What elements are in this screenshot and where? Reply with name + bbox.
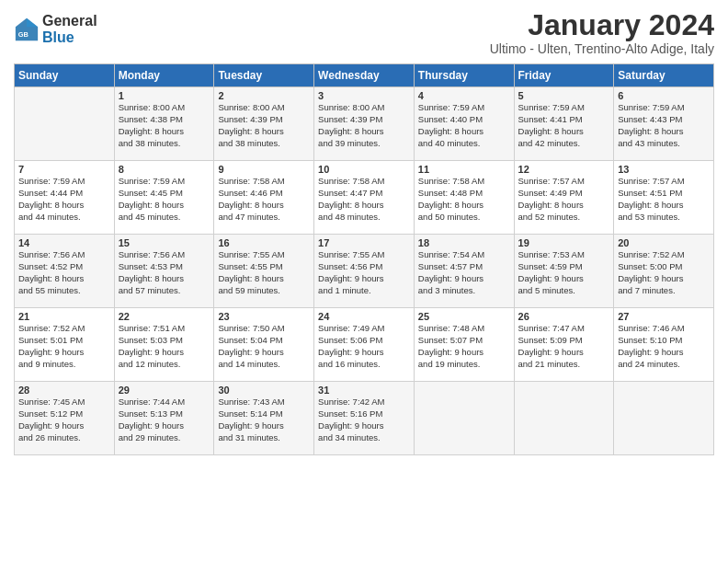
day-number: 9 [218,164,310,175]
calendar-container: GB General Blue January 2024 Ultimo - Ul… [0,0,728,563]
day-info: Sunrise: 7:42 AM Sunset: 5:16 PM Dayligh… [318,396,410,443]
header-wednesday: Wednesday [314,64,415,87]
day-cell: 20Sunrise: 7:52 AM Sunset: 5:00 PM Dayli… [614,235,714,308]
day-cell: 22Sunrise: 7:51 AM Sunset: 5:03 PM Dayli… [114,308,214,382]
week-row-4: 21Sunrise: 7:52 AM Sunset: 5:01 PM Dayli… [15,308,714,382]
day-number: 7 [18,164,110,175]
day-number: 28 [18,385,110,396]
calendar-header: Sunday Monday Tuesday Wednesday Thursday… [15,64,714,87]
logo-blue: Blue [42,29,97,46]
day-cell: 29Sunrise: 7:44 AM Sunset: 5:13 PM Dayli… [114,382,214,455]
week-row-3: 14Sunrise: 7:56 AM Sunset: 4:52 PM Dayli… [15,235,714,308]
day-info: Sunrise: 7:54 AM Sunset: 4:57 PM Dayligh… [418,249,510,296]
calendar-table: Sunday Monday Tuesday Wednesday Thursday… [14,63,714,455]
week-row-5: 28Sunrise: 7:45 AM Sunset: 5:12 PM Dayli… [15,382,714,455]
day-info: Sunrise: 7:46 AM Sunset: 5:10 PM Dayligh… [618,323,710,370]
day-info: Sunrise: 7:58 AM Sunset: 4:48 PM Dayligh… [418,176,510,223]
day-info: Sunrise: 7:56 AM Sunset: 4:52 PM Dayligh… [18,249,110,296]
day-info: Sunrise: 7:58 AM Sunset: 4:46 PM Dayligh… [218,176,310,223]
day-cell: 15Sunrise: 7:56 AM Sunset: 4:53 PM Dayli… [114,235,214,308]
week-row-2: 7Sunrise: 7:59 AM Sunset: 4:44 PM Daylig… [15,161,714,235]
day-cell: 12Sunrise: 7:57 AM Sunset: 4:49 PM Dayli… [514,161,614,235]
day-info: Sunrise: 7:43 AM Sunset: 5:14 PM Dayligh… [218,396,310,443]
day-cell [15,87,115,161]
day-number: 26 [518,311,610,322]
day-number: 5 [518,90,610,101]
day-number: 31 [318,385,410,396]
day-cell: 11Sunrise: 7:58 AM Sunset: 4:48 PM Dayli… [414,161,514,235]
day-number: 6 [618,90,710,101]
day-cell: 6Sunrise: 7:59 AM Sunset: 4:43 PM Daylig… [614,87,714,161]
day-cell: 31Sunrise: 7:42 AM Sunset: 5:16 PM Dayli… [314,382,415,455]
day-info: Sunrise: 8:00 AM Sunset: 4:39 PM Dayligh… [218,102,310,149]
day-info: Sunrise: 7:52 AM Sunset: 5:00 PM Dayligh… [618,249,710,296]
day-info: Sunrise: 7:45 AM Sunset: 5:12 PM Dayligh… [18,396,110,443]
day-info: Sunrise: 7:55 AM Sunset: 4:55 PM Dayligh… [218,249,310,296]
day-number: 20 [618,237,710,248]
day-info: Sunrise: 7:59 AM Sunset: 4:41 PM Dayligh… [518,102,610,149]
day-cell [614,382,714,455]
day-cell [414,382,514,455]
subtitle: Ultimo - Ulten, Trentino-Alto Adige, Ita… [490,41,714,56]
day-info: Sunrise: 7:57 AM Sunset: 4:51 PM Dayligh… [618,176,710,223]
header: GB General Blue January 2024 Ultimo - Ul… [14,9,714,56]
day-cell: 10Sunrise: 7:58 AM Sunset: 4:47 PM Dayli… [314,161,415,235]
day-number: 24 [318,311,410,322]
day-cell: 24Sunrise: 7:49 AM Sunset: 5:06 PM Dayli… [314,308,415,382]
day-info: Sunrise: 7:59 AM Sunset: 4:45 PM Dayligh… [119,176,210,223]
day-info: Sunrise: 8:00 AM Sunset: 4:39 PM Dayligh… [318,102,410,149]
day-number: 4 [418,90,510,101]
day-number: 14 [18,237,110,248]
day-info: Sunrise: 7:50 AM Sunset: 5:04 PM Dayligh… [218,323,310,370]
day-cell: 3Sunrise: 8:00 AM Sunset: 4:39 PM Daylig… [314,87,415,161]
day-info: Sunrise: 7:57 AM Sunset: 4:49 PM Dayligh… [518,176,610,223]
day-cell: 19Sunrise: 7:53 AM Sunset: 4:59 PM Dayli… [514,235,614,308]
day-info: Sunrise: 7:58 AM Sunset: 4:47 PM Dayligh… [318,176,410,223]
day-cell: 7Sunrise: 7:59 AM Sunset: 4:44 PM Daylig… [15,161,115,235]
week-row-1: 1Sunrise: 8:00 AM Sunset: 4:38 PM Daylig… [15,87,714,161]
day-number: 12 [518,164,610,175]
day-info: Sunrise: 7:49 AM Sunset: 5:06 PM Dayligh… [318,323,410,370]
day-cell: 26Sunrise: 7:47 AM Sunset: 5:09 PM Dayli… [514,308,614,382]
day-info: Sunrise: 7:59 AM Sunset: 4:43 PM Dayligh… [618,102,710,149]
day-info: Sunrise: 7:55 AM Sunset: 4:56 PM Dayligh… [318,249,410,296]
title-block: January 2024 Ultimo - Ulten, Trentino-Al… [490,9,714,56]
header-friday: Friday [514,64,614,87]
day-cell [514,382,614,455]
day-cell: 4Sunrise: 7:59 AM Sunset: 4:40 PM Daylig… [414,87,514,161]
day-cell: 14Sunrise: 7:56 AM Sunset: 4:52 PM Dayli… [15,235,115,308]
day-number: 21 [18,311,110,322]
day-cell: 8Sunrise: 7:59 AM Sunset: 4:45 PM Daylig… [114,161,214,235]
logo-general: General [42,13,97,29]
day-number: 19 [518,237,610,248]
day-number: 16 [218,237,310,248]
day-cell: 16Sunrise: 7:55 AM Sunset: 4:55 PM Dayli… [214,235,314,308]
day-cell: 30Sunrise: 7:43 AM Sunset: 5:14 PM Dayli… [214,382,314,455]
day-number: 3 [318,90,410,101]
day-info: Sunrise: 7:47 AM Sunset: 5:09 PM Dayligh… [518,323,610,370]
svg-marker-1 [27,17,38,26]
day-number: 8 [119,164,210,175]
day-number: 15 [119,237,210,248]
day-number: 18 [418,237,510,248]
day-info: Sunrise: 7:48 AM Sunset: 5:07 PM Dayligh… [418,323,510,370]
day-cell: 1Sunrise: 8:00 AM Sunset: 4:38 PM Daylig… [114,87,214,161]
day-cell: 28Sunrise: 7:45 AM Sunset: 5:12 PM Dayli… [15,382,115,455]
day-number: 1 [119,90,210,101]
day-number: 2 [218,90,310,101]
day-cell: 18Sunrise: 7:54 AM Sunset: 4:57 PM Dayli… [414,235,514,308]
day-cell: 2Sunrise: 8:00 AM Sunset: 4:39 PM Daylig… [214,87,314,161]
day-cell: 5Sunrise: 7:59 AM Sunset: 4:41 PM Daylig… [514,87,614,161]
month-title: January 2024 [490,9,714,41]
day-info: Sunrise: 7:52 AM Sunset: 5:01 PM Dayligh… [18,323,110,370]
day-cell: 17Sunrise: 7:55 AM Sunset: 4:56 PM Dayli… [314,235,415,308]
calendar-body: 1Sunrise: 8:00 AM Sunset: 4:38 PM Daylig… [15,87,714,455]
day-number: 27 [618,311,710,322]
logo-icon: GB [14,17,40,42]
header-tuesday: Tuesday [214,64,314,87]
day-info: Sunrise: 7:44 AM Sunset: 5:13 PM Dayligh… [119,396,210,443]
day-info: Sunrise: 7:51 AM Sunset: 5:03 PM Dayligh… [119,323,210,370]
day-cell: 23Sunrise: 7:50 AM Sunset: 5:04 PM Dayli… [214,308,314,382]
day-info: Sunrise: 7:56 AM Sunset: 4:53 PM Dayligh… [119,249,210,296]
day-cell: 9Sunrise: 7:58 AM Sunset: 4:46 PM Daylig… [214,161,314,235]
